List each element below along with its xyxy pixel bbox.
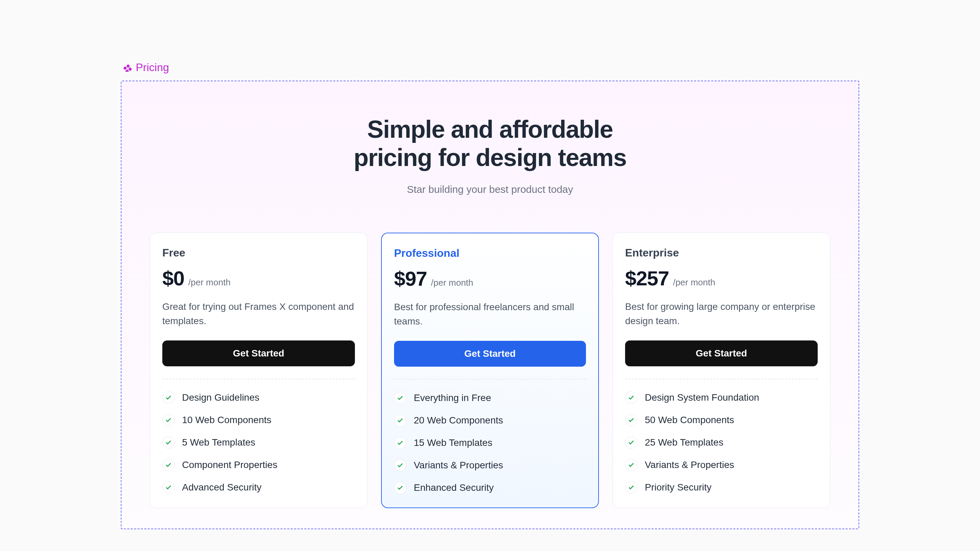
plan-description: Best for growing large company or enterp… <box>625 300 818 328</box>
pricing-card-enterprise: Enterprise $257 /per month Best for grow… <box>612 233 830 508</box>
plan-description: Great for trying out Frames X component … <box>162 300 355 328</box>
plan-name: Professional <box>394 247 586 259</box>
feature-item: Advanced Security <box>162 481 355 494</box>
plan-name: Free <box>162 246 355 259</box>
plan-period: /per month <box>673 277 715 288</box>
features-list: Design System Foundation 50 Web Componen… <box>625 392 818 494</box>
feature-item: 10 Web Components <box>162 414 355 426</box>
svg-rect-1 <box>124 66 127 70</box>
check-icon <box>162 414 175 426</box>
feature-item: Variants & Properties <box>625 459 818 471</box>
feature-text: Variants & Properties <box>645 459 734 470</box>
plan-price: $97 <box>394 267 427 291</box>
check-icon <box>394 414 406 427</box>
plan-name: Enterprise <box>625 246 818 259</box>
feature-text: 15 Web Templates <box>414 437 492 448</box>
pricing-cards: Free $0 /per month Great for trying out … <box>149 233 831 508</box>
component-icon <box>124 64 132 72</box>
svg-rect-2 <box>128 67 132 71</box>
feature-item: 20 Web Components <box>394 414 586 427</box>
svg-rect-3 <box>125 69 129 71</box>
divider <box>162 379 355 379</box>
check-icon <box>162 481 175 494</box>
get-started-button[interactable]: Get Started <box>625 340 818 366</box>
feature-text: Variants & Properties <box>414 460 503 471</box>
feature-text: Advanced Security <box>182 482 261 493</box>
plan-price: $257 <box>625 267 669 290</box>
feature-item: 25 Web Templates <box>625 437 818 449</box>
divider <box>625 379 818 379</box>
get-started-button[interactable]: Get Started <box>394 341 586 367</box>
feature-item: 50 Web Components <box>625 414 818 426</box>
feature-item: Component Properties <box>162 459 355 471</box>
feature-text: 10 Web Components <box>182 414 272 426</box>
page-title: Simple and affordable pricing for design… <box>149 115 831 172</box>
plan-period: /per month <box>188 277 231 288</box>
pricing-header: Simple and affordable pricing for design… <box>149 115 831 195</box>
get-started-button[interactable]: Get Started <box>162 340 355 366</box>
plan-period: /per month <box>431 278 473 288</box>
price-row: $0 /per month <box>162 267 355 290</box>
check-icon <box>394 392 406 404</box>
feature-item: Everything in Free <box>394 392 586 404</box>
feature-text: 20 Web Components <box>414 415 503 426</box>
check-icon <box>394 437 406 449</box>
features-list: Everything in Free 20 Web Components 15 … <box>394 392 586 494</box>
feature-text: Design System Foundation <box>645 392 759 403</box>
title-line-1: Simple and affordable <box>367 116 613 143</box>
feature-item: Enhanced Security <box>394 482 586 494</box>
feature-item: 15 Web Templates <box>394 437 586 449</box>
feature-text: 25 Web Templates <box>645 437 724 448</box>
check-icon <box>625 437 637 449</box>
feature-item: Design Guidelines <box>162 392 355 404</box>
svg-rect-0 <box>126 64 130 68</box>
feature-text: Component Properties <box>182 459 277 470</box>
plan-description: Best for professional freelancers and sm… <box>394 300 586 329</box>
feature-text: Everything in Free <box>414 392 491 403</box>
check-icon <box>625 459 637 471</box>
pricing-card-professional: Professional $97 /per month Best for pro… <box>381 233 599 508</box>
price-row: $257 /per month <box>625 267 818 290</box>
check-icon <box>625 481 637 494</box>
check-icon <box>394 459 406 472</box>
feature-text: Enhanced Security <box>414 482 494 493</box>
feature-item: 5 Web Templates <box>162 437 355 449</box>
section-label: Pricing <box>121 61 859 74</box>
section-label-text: Pricing <box>136 61 169 74</box>
check-icon <box>162 392 175 404</box>
price-row: $97 /per month <box>394 267 586 291</box>
divider <box>394 379 586 380</box>
title-line-2: pricing for design teams <box>353 144 627 171</box>
pricing-frame: Simple and affordable pricing for design… <box>121 81 859 529</box>
check-icon <box>625 414 637 426</box>
feature-item: Variants & Properties <box>394 459 586 472</box>
features-list: Design Guidelines 10 Web Components 5 We… <box>162 392 355 494</box>
check-icon <box>625 392 637 404</box>
feature-text: 50 Web Components <box>645 414 734 426</box>
pricing-card-free: Free $0 /per month Great for trying out … <box>150 233 368 508</box>
feature-text: Design Guidelines <box>182 392 259 403</box>
feature-text: 5 Web Templates <box>182 437 255 448</box>
feature-item: Design System Foundation <box>625 392 818 404</box>
check-icon <box>162 437 175 449</box>
check-icon <box>162 459 175 471</box>
feature-text: Priority Security <box>645 482 711 493</box>
feature-item: Priority Security <box>625 481 818 494</box>
page-subtitle: Star building your best product today <box>149 184 831 195</box>
plan-price: $0 <box>162 267 184 290</box>
check-icon <box>394 482 406 494</box>
